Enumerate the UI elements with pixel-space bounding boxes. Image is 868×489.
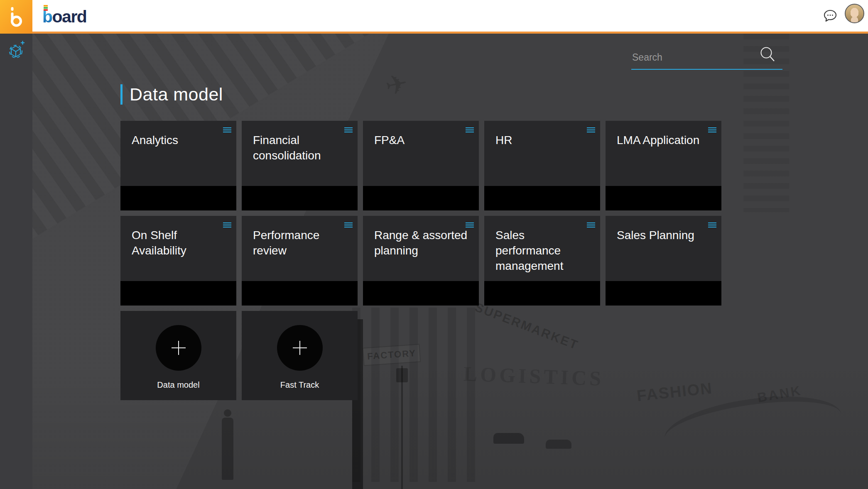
add-circle-button[interactable] — [156, 325, 201, 371]
datamodel-tile[interactable]: Analytics — [120, 121, 236, 210]
chat-bubble-icon — [823, 9, 837, 23]
left-sidebar — [0, 34, 32, 489]
bg-car — [546, 440, 571, 449]
bg-car — [493, 433, 524, 444]
cube-plus-icon — [7, 39, 25, 60]
datamodel-tile[interactable]: FP&A — [363, 121, 479, 210]
tile-title: Range & assorted planning — [363, 216, 479, 258]
tile-menu-icon[interactable] — [466, 127, 474, 134]
tile-grid: Analytics Financial consolidation FP&A H… — [120, 121, 721, 400]
tile-title: Sales Planning — [606, 216, 721, 243]
logo-text: board — [42, 7, 86, 26]
tile-menu-icon[interactable] — [587, 127, 595, 134]
tile-title: HR — [484, 121, 600, 148]
tile-footer — [242, 186, 358, 210]
plus-icon — [293, 341, 307, 355]
plus-icon — [172, 341, 186, 355]
tile-menu-icon[interactable] — [587, 222, 595, 229]
bg-plane-silhouette: ✈ — [383, 67, 411, 102]
page-title: Data model — [130, 84, 223, 105]
tile-menu-icon[interactable] — [708, 127, 716, 134]
board-b-icon — [10, 7, 22, 27]
tile-menu-icon[interactable] — [344, 222, 353, 229]
datamodel-tile[interactable]: HR — [484, 121, 600, 210]
tile-body: Sales Planning — [606, 216, 721, 281]
add-tile-label: Fast Track — [280, 380, 319, 390]
tile-menu-icon[interactable] — [223, 127, 231, 134]
add-tile[interactable]: Fast Track — [242, 311, 358, 400]
datamodel-tile[interactable]: Performance review — [242, 216, 358, 306]
tile-title: Sales performance management — [484, 216, 600, 274]
tile-body: On Shelf Availability — [120, 216, 236, 281]
tile-menu-icon[interactable] — [344, 127, 353, 134]
datamodel-tile[interactable]: Financial consolidation — [242, 121, 358, 210]
bg-person-silhouette — [218, 409, 237, 488]
tile-body: Analytics — [120, 121, 236, 186]
new-datamodel-button[interactable] — [7, 39, 25, 60]
tile-title: On Shelf Availability — [120, 216, 236, 258]
tile-footer — [363, 186, 479, 210]
tile-menu-icon[interactable] — [466, 222, 474, 229]
logo-letters-oard: oard — [52, 7, 87, 26]
tile-title: LMA Application — [606, 121, 721, 148]
bg-bank-sign: BANK — [756, 383, 803, 406]
tile-footer — [363, 281, 479, 306]
tile-body: Range & assorted planning — [363, 216, 479, 281]
add-tile[interactable]: Data model — [120, 311, 236, 400]
tile-footer — [606, 281, 721, 306]
tile-title: Performance review — [242, 216, 358, 258]
tile-body: Sales performance management — [484, 216, 600, 281]
tile-footer — [120, 281, 236, 306]
tile-menu-icon[interactable] — [708, 222, 716, 229]
tile-menu-icon[interactable] — [223, 222, 231, 229]
datamodel-tile[interactable]: On Shelf Availability — [120, 216, 236, 306]
title-accent-bar — [120, 84, 123, 105]
tile-body: HR — [484, 121, 600, 186]
tile-footer — [484, 186, 600, 210]
datamodel-tile[interactable]: Range & assorted planning — [363, 216, 479, 306]
page-title-row: Data model — [120, 84, 223, 105]
logo-stripes-icon — [44, 5, 48, 11]
tile-title: Analytics — [120, 121, 236, 148]
magnifier-icon — [758, 45, 777, 64]
main-canvas: ✈ FACTORY SUPERMARKET LOGISTICS FASHION … — [32, 34, 868, 489]
tile-body: FP&A — [363, 121, 479, 186]
tile-title: Financial consolidation — [242, 121, 358, 163]
user-avatar[interactable] — [845, 4, 864, 23]
add-tile-label: Data model — [157, 380, 199, 390]
datamodel-tile[interactable]: Sales Planning — [606, 216, 721, 306]
board-logo-square-button[interactable] — [0, 0, 32, 34]
tile-footer — [484, 281, 600, 306]
tile-body: Financial consolidation — [242, 121, 358, 186]
board-wordmark-logo: board — [42, 5, 86, 26]
tile-title: FP&A — [363, 121, 479, 148]
tile-body: LMA Application — [606, 121, 721, 186]
add-circle-button[interactable] — [277, 325, 323, 371]
tile-footer — [606, 186, 721, 210]
tile-footer — [120, 186, 236, 210]
chat-button[interactable] — [823, 9, 837, 23]
datamodel-tile[interactable]: Sales performance management — [484, 216, 600, 306]
datamodel-tile[interactable]: LMA Application — [606, 121, 721, 210]
search-button[interactable] — [758, 45, 777, 64]
search-box — [631, 48, 782, 72]
tile-body: Performance review — [242, 216, 358, 281]
top-header-bar: board — [0, 0, 868, 34]
tile-footer — [242, 281, 358, 306]
